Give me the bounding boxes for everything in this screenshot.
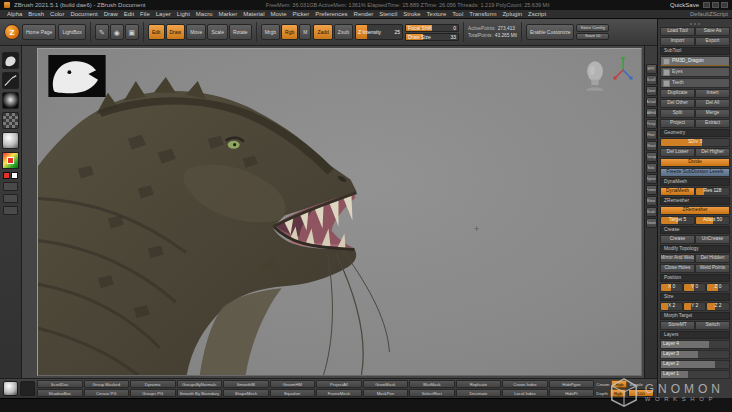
- orientation-gizmo[interactable]: [613, 57, 633, 81]
- left-shelf-mini-button[interactable]: [3, 182, 18, 191]
- right-shelf-button[interactable]: Scale: [646, 207, 657, 217]
- menu-item[interactable]: Document: [67, 11, 100, 17]
- strength-slider[interactable]: 100: [628, 389, 654, 397]
- right-shelf-button[interactable]: Floor: [646, 130, 657, 140]
- alpha-thumbnail[interactable]: [2, 92, 19, 109]
- menu-item[interactable]: Marker: [215, 11, 240, 17]
- tool-panel-cell[interactable]: Close Holes: [660, 264, 695, 273]
- tool-panel-cell[interactable]: PM3D_Dragon: [660, 56, 730, 66]
- tool-panel-cell[interactable]: Insert: [695, 89, 730, 98]
- dragon-head-sculpt[interactable]: [38, 49, 641, 375]
- tool-panel-cell[interactable]: Target 5: [660, 216, 695, 225]
- tool-panel-cell[interactable]: Position: [660, 274, 730, 282]
- right-shelf-button[interactable]: Rotate: [646, 218, 657, 228]
- color-picker[interactable]: [2, 152, 19, 169]
- menu-item[interactable]: Transform: [466, 11, 499, 17]
- right-shelf-button[interactable]: BPR: [646, 64, 657, 74]
- tool-panel-cell[interactable]: Z 0: [706, 283, 730, 292]
- mode-button[interactable]: Draw: [166, 24, 186, 40]
- material-thumbnail[interactable]: [2, 132, 19, 149]
- menu-item[interactable]: Layer: [153, 11, 174, 17]
- tool-panel-cell[interactable]: Split: [660, 109, 695, 118]
- shelf-tool-icon[interactable]: ▣: [125, 24, 139, 40]
- close-button[interactable]: [721, 2, 728, 8]
- left-shelf-mini-button[interactable]: [3, 206, 18, 215]
- lightbox-button[interactable]: LightBox: [58, 24, 85, 40]
- right-shelf-button[interactable]: Actual: [646, 97, 657, 107]
- tool-panel-cell[interactable]: Del All: [695, 99, 730, 108]
- tool-panel-cell[interactable]: Layer 4: [660, 340, 730, 349]
- menu-item[interactable]: Zplugin: [499, 11, 525, 17]
- paint-toggle[interactable]: M: [299, 24, 311, 40]
- tool-panel-cell[interactable]: Layer 1: [660, 370, 730, 379]
- tool-panel-cell[interactable]: Layer 2: [660, 360, 730, 369]
- bottom-shelf-button[interactable]: GrowMask: [363, 380, 409, 388]
- bottom-shelf-button[interactable]: GroomHM: [270, 380, 316, 388]
- sculpt-toggle[interactable]: Zsub: [334, 24, 353, 40]
- tool-panel-cell[interactable]: Morph Target: [660, 312, 730, 320]
- tool-panel-cell[interactable]: Y 0: [683, 283, 706, 292]
- right-shelf-button[interactable]: AAHalf: [646, 108, 657, 118]
- bottom-shelf-button[interactable]: ScrollDoc: [37, 380, 83, 388]
- tool-panel-cell[interactable]: Size: [660, 293, 730, 301]
- bottom-shelf-button[interactable]: Crown Index: [502, 380, 548, 388]
- quicksave-button[interactable]: QuickSave: [670, 2, 699, 8]
- bottom-shelf-button[interactable]: ProjectAll: [316, 380, 362, 388]
- tool-panel-cell[interactable]: Duplicate: [660, 89, 695, 98]
- right-shelf-button[interactable]: Transp: [646, 152, 657, 162]
- tool-panel-cell[interactable]: ZRemesher: [660, 206, 730, 215]
- bottom-shelf-button[interactable]: FrameMesh: [316, 389, 362, 397]
- bottom-shelf-button[interactable]: HidePgon: [549, 380, 595, 388]
- menu-item[interactable]: Texture: [424, 11, 450, 17]
- tool-panel-cell[interactable]: Teeth: [660, 78, 730, 88]
- tool-panel-cell[interactable]: Weld Points: [695, 264, 730, 273]
- home-page-button[interactable]: Home Page: [22, 24, 56, 40]
- brush-slot-thumbnail[interactable]: [20, 381, 35, 396]
- tool-panel-cell[interactable]: UnCrease: [695, 235, 730, 244]
- tool-panel-cell[interactable]: Mirror And Weld: [660, 254, 695, 263]
- tool-panel-cell[interactable]: DynaMesh: [660, 178, 730, 186]
- color-picker-inner[interactable]: [7, 157, 14, 164]
- tool-panel-cell[interactable]: Crease: [660, 235, 695, 244]
- menu-item[interactable]: Light: [174, 11, 193, 17]
- paint-toggle[interactable]: Rgb: [281, 24, 298, 40]
- tool-panel-cell[interactable]: Crease: [660, 226, 730, 234]
- menu-item[interactable]: Preferences: [312, 11, 350, 17]
- tool-panel-cell[interactable]: Merge: [695, 109, 730, 118]
- rgb-chip[interactable]: Rgb: [611, 380, 627, 388]
- tool-panel-cell[interactable]: Eyes: [660, 67, 730, 77]
- sculpt-toggle[interactable]: Zadd: [313, 24, 332, 40]
- bottom-shelf-button[interactable]: Group Masked: [84, 380, 130, 388]
- menu-item[interactable]: File: [137, 11, 153, 17]
- menu-item[interactable]: Macro: [193, 11, 216, 17]
- menu-item[interactable]: Stencil: [376, 11, 400, 17]
- tool-panel-cell[interactable]: Divide: [660, 158, 730, 167]
- shelf-slider[interactable]: Focal Shift0: [405, 24, 459, 32]
- tool-panel-cell[interactable]: X 2: [660, 302, 683, 311]
- primary-color-swatch[interactable]: [3, 172, 10, 179]
- config-button[interactable]: Store Config: [576, 24, 608, 32]
- tool-panel-cell[interactable]: Z 2: [706, 302, 730, 311]
- bottom-shelf-button[interactable]: ShadowBox: [37, 389, 83, 397]
- tool-panel-cell[interactable]: Del Other: [660, 99, 695, 108]
- secondary-color-swatch[interactable]: [11, 172, 18, 179]
- minimize-button[interactable]: [703, 2, 710, 8]
- menu-item[interactable]: Picker: [290, 11, 313, 17]
- tool-panel-cell[interactable]: ZRemesher: [660, 197, 730, 205]
- tool-panel-cell[interactable]: Del Hidden: [695, 254, 730, 263]
- right-shelf-button[interactable]: Solo: [646, 163, 657, 173]
- menu-item[interactable]: Alpha: [4, 11, 25, 17]
- tool-panel-cell[interactable]: Freeze SubDivision Levels: [660, 168, 730, 177]
- left-shelf-mini-button[interactable]: [3, 194, 18, 203]
- tool-panel-cell[interactable]: Y 2: [683, 302, 706, 311]
- tool-panel-cell[interactable]: SubTool: [660, 47, 730, 55]
- tool-panel-cell[interactable]: Load Tool: [660, 27, 695, 36]
- tool-panel-cell[interactable]: Del Lower: [660, 148, 695, 157]
- right-shelf-button[interactable]: Frame: [646, 185, 657, 195]
- tool-panel-cell[interactable]: Switch: [695, 321, 730, 330]
- material-label[interactable]: Simple: [629, 382, 642, 387]
- menu-item[interactable]: Draw: [101, 11, 121, 17]
- maximize-button[interactable]: [712, 2, 719, 8]
- bottom-shelf-button[interactable]: Decimate: [456, 389, 502, 397]
- right-shelf-button[interactable]: Move: [646, 196, 657, 206]
